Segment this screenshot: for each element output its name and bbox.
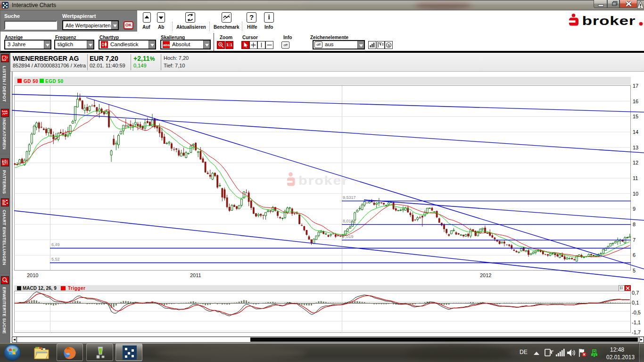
svg-text:15: 15 (633, 114, 638, 119)
svg-text:MACD 12, 26, 9: MACD 12, 26, 9 (23, 286, 57, 291)
svg-text:10: 10 (633, 191, 638, 197)
svg-text:0,1: 0,1 (632, 300, 639, 305)
svg-text:7,019: 7,019 (343, 234, 354, 239)
svg-text:17: 17 (633, 83, 638, 89)
svg-text:broker: broker (298, 174, 348, 188)
svg-text:5,52: 5,52 (51, 257, 60, 262)
svg-text:Trigger: Trigger (68, 286, 85, 291)
svg-text:S: S (388, 43, 390, 48)
svg-text:2011: 2011 (190, 272, 201, 278)
svg-text:13: 13 (633, 145, 638, 150)
svg-text:broker: broker (582, 14, 636, 28)
svg-text:abs: abs (163, 43, 170, 47)
svg-text:14: 14 (633, 129, 638, 135)
svg-text:-0,5: -0,5 (632, 310, 641, 315)
svg-text:16: 16 (633, 99, 638, 104)
svg-text:GD 50: GD 50 (24, 79, 38, 84)
svg-text:0,7: 0,7 (632, 290, 639, 296)
svg-text:2012: 2012 (480, 272, 491, 278)
svg-text:8,0127: 8,0127 (343, 219, 356, 223)
svg-text:8: 8 (633, 222, 636, 227)
svg-text:EGD 50: EGD 50 (45, 79, 64, 84)
svg-text:9: 9 (633, 206, 636, 212)
svg-text:5: 5 (633, 268, 636, 273)
svg-text:7: 7 (633, 237, 636, 243)
svg-text:12: 12 (633, 160, 638, 165)
svg-text:9,5317: 9,5317 (343, 195, 356, 200)
svg-text:-1,7: -1,7 (632, 329, 641, 335)
svg-text:-1,1: -1,1 (632, 320, 641, 325)
svg-text:6: 6 (633, 252, 636, 258)
svg-text:2010: 2010 (27, 272, 38, 278)
svg-text:11: 11 (633, 175, 638, 181)
svg-text:6,49: 6,49 (51, 242, 60, 247)
